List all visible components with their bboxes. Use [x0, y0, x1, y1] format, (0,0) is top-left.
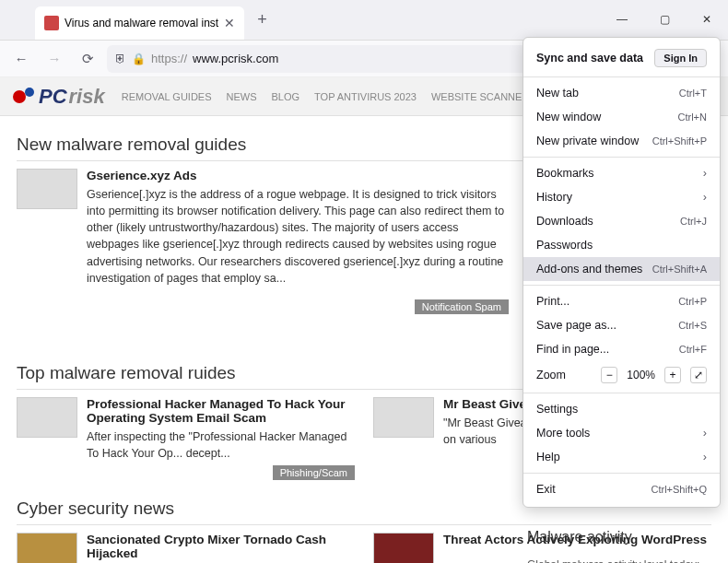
browser-tab[interactable]: Virus and malware removal inst ✕ [35, 6, 244, 40]
menu-item-label: Bookmarks [536, 167, 594, 180]
article-title: Professional Hacker Managed To Hack Your… [87, 397, 355, 425]
app-menu: Sync and save data Sign In New tabCtrl+T… [523, 37, 721, 508]
menu-sync[interactable]: Sync and save data Sign In [523, 43, 720, 73]
menu-item[interactable]: Passwords [523, 233, 720, 257]
menu-item[interactable]: New tabCtrl+T [523, 81, 720, 105]
maximize-button[interactable]: ▢ [643, 0, 686, 40]
menu-item[interactable]: History› [523, 185, 720, 209]
nav-item[interactable]: REMOVAL GUIDES [122, 91, 212, 102]
menu-item-shortcut: Ctrl+J [680, 216, 707, 227]
article-tag: Notification Spam [415, 299, 509, 314]
menu-item-label: Downloads [536, 215, 593, 228]
menu-item-shortcut: Ctrl+Shift+P [652, 135, 707, 147]
menu-item-label: Add-ons and themes [536, 263, 642, 276]
menu-item-label: Passwords [536, 239, 593, 252]
article-thumb [17, 169, 77, 209]
nav-item[interactable]: TOP ANTIVIRUS 2023 [314, 91, 417, 102]
article-title: Gserience.xyz Ads [87, 169, 509, 182]
article-card[interactable]: Professional Hacker Managed To Hack Your… [17, 397, 355, 480]
menu-item[interactable]: DownloadsCtrl+J [523, 209, 720, 233]
article-card[interactable]: Sancionated Crypto Mixer Tornado Cash Hi… [17, 533, 355, 563]
reload-button[interactable]: ⟳ [74, 45, 101, 73]
zoom-in-button[interactable]: + [664, 367, 681, 383]
menu-separator [523, 473, 720, 474]
chevron-right-icon: › [703, 451, 707, 463]
toolbar: ← → ⟳ ⛨ 🔒 https://www.pcrisk.com ☆ ⌵ ⧉ ≡… [0, 41, 728, 77]
menu-item[interactable]: Help› [523, 445, 720, 469]
article-thumb [373, 397, 434, 438]
site-logo[interactable]: PCrisk [13, 85, 105, 109]
logo-dot-blue [25, 88, 34, 97]
menu-item[interactable]: New windowCtrl+N [523, 105, 720, 129]
zoom-label: Zoom [536, 369, 566, 381]
chevron-right-icon: › [703, 427, 707, 440]
article-card[interactable]: Gserience.xyz Ads Gserience[.]xyz is the… [17, 169, 509, 287]
widget-title: Malware activity [527, 529, 711, 551]
minimize-button[interactable]: — [601, 0, 643, 40]
menu-separator [523, 393, 720, 393]
menu-item-label: Print... [536, 295, 569, 308]
close-tab-icon[interactable]: ✕ [224, 16, 235, 30]
article-title: Sancionated Crypto Mixer Tornado Cash Hi… [87, 533, 355, 560]
signin-button[interactable]: Sign In [654, 49, 707, 67]
menu-item-label: New window [536, 111, 601, 123]
menu-item-label: Save page as... [536, 319, 616, 332]
menu-item-shortcut: Ctrl+N [678, 111, 707, 123]
menu-item-shortcut: Ctrl+T [679, 88, 707, 99]
back-button[interactable]: ← [7, 45, 35, 73]
close-window-button[interactable]: ✕ [686, 0, 728, 40]
favicon [44, 16, 59, 30]
menu-item[interactable]: Add-ons and themesCtrl+Shift+A [523, 257, 720, 281]
menu-item-label: New tab [536, 87, 579, 100]
menu-item[interactable]: Find in page...Ctrl+F [523, 337, 720, 361]
menu-item-label: Help [536, 451, 560, 463]
menu-item[interactable]: New private windowCtrl+Shift+P [523, 129, 720, 153]
menu-item-label: Settings [536, 403, 578, 416]
menu-item-shortcut: Ctrl+F [679, 344, 707, 355]
menu-item[interactable]: Save page as...Ctrl+S [523, 313, 720, 337]
menu-separator [523, 157, 720, 158]
nav-item[interactable]: NEWS [227, 91, 257, 102]
menu-item[interactable]: Print...Ctrl+P [523, 289, 720, 313]
chevron-right-icon: › [703, 167, 707, 180]
widget-text: Global malware activity level today: [527, 558, 711, 563]
sidebar-widget: Malware activity Global malware activity… [527, 520, 711, 563]
menu-item-shortcut: Ctrl+Shift+A [652, 264, 707, 275]
zoom-value: 100% [627, 369, 655, 381]
forward-button[interactable]: → [41, 45, 68, 73]
fullscreen-button[interactable]: ⤢ [690, 367, 707, 383]
new-tab-button[interactable]: + [252, 10, 273, 29]
menu-item-label: Exit [536, 483, 556, 496]
menu-item-label: More tools [536, 427, 590, 440]
tab-title: Virus and malware removal inst [65, 17, 218, 29]
url-host: www.pcrisk.com [193, 52, 278, 65]
nav-item[interactable]: WEBSITE SCANNER [431, 91, 529, 102]
menu-item[interactable]: More tools› [523, 421, 720, 445]
menu-sync-label: Sync and save data [536, 52, 643, 65]
menu-item[interactable]: Settings [523, 397, 720, 421]
window-controls: — ▢ ✕ [601, 0, 728, 40]
menu-item-shortcut: Ctrl+P [678, 296, 707, 307]
menu-item-label: History [536, 191, 572, 204]
article-desc: After inspecting the "Professional Hacke… [87, 428, 355, 462]
logo-dot-red [13, 90, 26, 103]
lock-icon: 🔒 [132, 53, 146, 65]
menu-item-shortcut: Ctrl+S [678, 320, 707, 331]
site-nav: REMOVAL GUIDESNEWSBLOGTOP ANTIVIRUS 2023… [122, 91, 530, 102]
article-thumb [17, 533, 77, 563]
url-protocol: https:// [151, 52, 187, 65]
shield-icon: ⛨ [114, 52, 126, 65]
menu-separator [523, 76, 720, 77]
logo-pc: PC [39, 85, 67, 109]
menu-item-label: New private window [536, 135, 639, 147]
menu-item-shortcut: Ctrl+Shift+Q [651, 484, 707, 495]
nav-item[interactable]: BLOG [272, 91, 300, 102]
zoom-out-button[interactable]: − [601, 367, 617, 383]
titlebar: Virus and malware removal inst ✕ + — ▢ ✕ [0, 0, 728, 41]
article-tag: Phishing/Scam [273, 465, 355, 480]
menu-item-label: Find in page... [536, 343, 609, 356]
article-thumb [17, 397, 77, 438]
article-thumb [373, 533, 434, 563]
menu-exit[interactable]: Exit Ctrl+Shift+Q [523, 477, 720, 501]
menu-item[interactable]: Bookmarks› [523, 161, 720, 185]
